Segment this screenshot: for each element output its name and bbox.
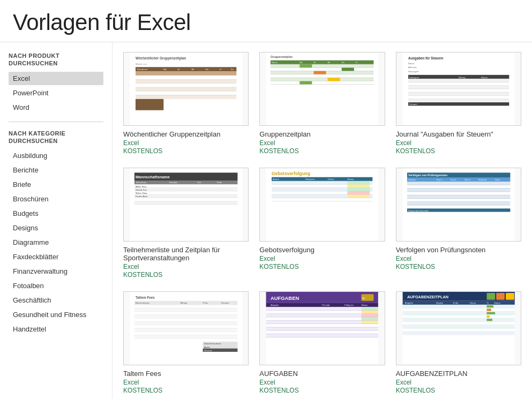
- svg-text:Di: Di: [177, 68, 179, 71]
- svg-text:Gesamt: Gesamt: [221, 302, 229, 304]
- template-card-6[interactable]: Taltem Fees Beschreibung Menge Preis Ges…: [123, 291, 249, 394]
- template-card-1[interactable]: Gruppenzeitplan Name Mo Di Mi Do Fr: [259, 52, 385, 155]
- sidebar-item-broschüren[interactable]: Broschüren: [9, 192, 103, 206]
- svg-text:Artikel: Artikel: [273, 178, 279, 180]
- template-card-5[interactable]: Verfolgen von Prüfungsnoten Schüler Test…: [396, 168, 521, 278]
- svg-rect-230: [486, 293, 495, 300]
- svg-rect-39: [271, 78, 373, 81]
- svg-rect-173: [134, 335, 237, 338]
- sidebar-item-diagramme[interactable]: Diagramme: [9, 236, 103, 249]
- svg-rect-251: [486, 312, 495, 314]
- template-name-0: Wöchentlicher Gruppenzeitplan: [123, 130, 249, 138]
- template-thumbnail-5: Verfolgen von Prüfungsnoten Schüler Test…: [396, 168, 521, 242]
- template-app-0: Excel: [123, 139, 249, 147]
- template-card-0[interactable]: Wöchentlicher Gruppenzeitplan Woche von:…: [123, 52, 249, 155]
- page-container: Vorlagen für Excel NACH PRODUKT DURCHSUC…: [0, 0, 532, 399]
- svg-rect-91: [134, 201, 237, 205]
- svg-rect-45: [300, 81, 312, 84]
- svg-rect-90: [134, 198, 237, 201]
- sidebar-item-finanzverwaltung[interactable]: Finanzverwaltung: [9, 265, 103, 278]
- svg-rect-18: [136, 99, 163, 110]
- svg-rect-81: [134, 180, 237, 184]
- svg-rect-242: [402, 312, 514, 315]
- sidebar-item-briefe[interactable]: Briefe: [9, 178, 103, 191]
- svg-rect-243: [402, 315, 514, 318]
- svg-rect-67: [408, 96, 509, 99]
- sidebar-item-handzettel[interactable]: Handzettel: [9, 322, 103, 336]
- svg-rect-209: [266, 330, 378, 334]
- svg-rect-211: [266, 337, 378, 341]
- svg-rect-143: [407, 195, 510, 198]
- template-price-4: KOSTENLOS: [259, 263, 385, 270]
- template-price-6: KOSTENLOS: [123, 387, 249, 394]
- template-thumbnail-7: AUFGABEN ✉ Aufgabe Priorität Fällig am S…: [259, 291, 385, 365]
- sidebar-item-fotoalben[interactable]: Fotoalben: [9, 279, 103, 292]
- svg-rect-116: [272, 198, 372, 201]
- svg-rect-13: [136, 79, 236, 83]
- sidebar-item-berichte[interactable]: Berichte: [9, 163, 103, 177]
- svg-rect-210: [266, 334, 378, 337]
- svg-rect-164: [134, 305, 237, 308]
- template-name-5: Verfolgen von Prüfungsnoten: [396, 246, 521, 254]
- svg-rect-171: [134, 328, 237, 332]
- template-app-1: Excel: [259, 139, 385, 147]
- sidebar-item-designs[interactable]: Designs: [9, 221, 103, 235]
- svg-text:Fr: Fr: [220, 68, 222, 71]
- sidebar-item-faxdeckblätter[interactable]: Faxdeckblätter: [9, 250, 103, 264]
- svg-text:✉: ✉: [363, 296, 365, 300]
- svg-text:Mo: Mo: [163, 68, 167, 71]
- svg-text:Kategorie: Kategorie: [409, 76, 419, 79]
- main-area: Wöchentlicher Gruppenzeitplan Woche von:…: [113, 42, 532, 399]
- svg-rect-172: [134, 332, 237, 335]
- svg-text:Ausgaben für Steuern: Ausgaben für Steuern: [408, 56, 444, 61]
- category-list: AusbildungBerichteBriefeBroschürenBudget…: [9, 149, 103, 336]
- template-price-7: KOSTENLOS: [259, 387, 385, 394]
- svg-rect-121: [348, 194, 370, 198]
- sidebar-item-excel[interactable]: Excel: [9, 72, 103, 85]
- svg-text:Menge: Menge: [181, 302, 188, 304]
- svg-rect-38: [271, 74, 373, 78]
- template-price-2: KOSTENLOS: [396, 147, 521, 155]
- sidebar-item-budgets[interactable]: Budgets: [9, 207, 103, 220]
- svg-text:Do: Do: [342, 61, 345, 64]
- svg-rect-140: [407, 185, 510, 188]
- svg-text:Preis: Preis: [203, 302, 208, 304]
- sidebar-item-powerpoint[interactable]: PowerPoint: [9, 86, 103, 100]
- svg-text:Schüler: Schüler: [408, 178, 416, 181]
- svg-text:Dauer: Dauer: [470, 302, 476, 304]
- svg-text:Mo: Mo: [300, 61, 303, 64]
- svg-text:Test 1: Test 1: [436, 178, 443, 181]
- svg-text:Fischer, Anna: Fischer, Anna: [136, 195, 148, 198]
- sidebar-item-geschäftlich[interactable]: Geschäftlich: [9, 293, 103, 307]
- template-card-4[interactable]: Gebotsverfolgung Artikel Startpreis Gebo…: [259, 168, 385, 278]
- svg-text:Endnote: Endnote: [478, 178, 486, 181]
- template-thumbnail-0: Wöchentlicher Gruppenzeitplan Woche von:…: [123, 52, 249, 126]
- template-price-1: KOSTENLOS: [259, 147, 385, 155]
- svg-text:Taltem Fees: Taltem Fees: [136, 296, 155, 299]
- svg-text:Name: Name: [272, 61, 278, 64]
- template-card-7[interactable]: AUFGABEN ✉ Aufgabe Priorität Fällig am S…: [259, 291, 385, 394]
- svg-text:Note: Note: [495, 178, 500, 181]
- svg-rect-246: [402, 325, 514, 328]
- svg-rect-36: [271, 67, 373, 71]
- sidebar-item-word[interactable]: Word: [9, 101, 103, 114]
- svg-text:Beschreibung: Beschreibung: [136, 302, 149, 304]
- svg-rect-14: [136, 84, 236, 87]
- template-name-3: Teilnehmerliste und Zeitplan für Sportve…: [123, 246, 249, 262]
- template-card-3[interactable]: Mannschaftsname Teilnehmer Disziplin Zei…: [123, 168, 249, 278]
- sidebar-item-gesundheit-und-fitness[interactable]: Gesundheit und Fitness: [9, 308, 103, 321]
- svg-text:Müller, Hans: Müller, Hans: [136, 186, 146, 188]
- svg-rect-245: [402, 321, 514, 325]
- sidebar-item-ausbildung[interactable]: Ausbildung: [9, 149, 103, 162]
- svg-text:Aufgabe: Aufgabe: [271, 304, 279, 306]
- svg-rect-244: [402, 318, 514, 321]
- svg-rect-88: [134, 191, 237, 194]
- svg-rect-247: [402, 328, 514, 332]
- svg-text:Sa: Sa: [231, 68, 234, 71]
- svg-rect-43: [328, 78, 340, 81]
- template-card-8[interactable]: AUFGABENZEITPLAN Aufgabe Beginn Ende Dau…: [396, 291, 521, 394]
- svg-text:Do: Do: [206, 68, 209, 71]
- template-card-2[interactable]: Ausgaben für Steuern Name: Adresse: Steu…: [396, 52, 521, 155]
- svg-rect-252: [486, 315, 489, 318]
- svg-text:Gesamt: Gesamt: [409, 103, 417, 106]
